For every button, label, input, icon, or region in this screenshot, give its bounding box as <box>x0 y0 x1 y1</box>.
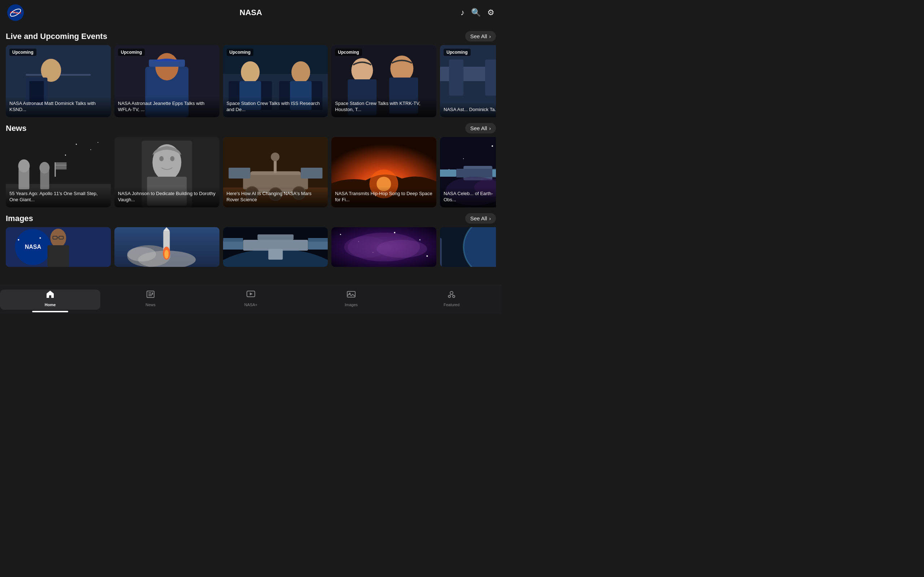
svg-point-18 <box>241 61 260 83</box>
news-card-5[interactable]: NASA Celeb... of Earth-Obs... <box>440 137 496 207</box>
news-card-3[interactable]: Here's How AI Is Changing NASA's Mars Ro… <box>223 137 328 207</box>
event-card-3[interactable]: Upcoming Space Station Crew Talks with I… <box>223 45 328 117</box>
music-icon[interactable]: ♪ <box>460 8 465 17</box>
event-card-2-badge: Upcoming <box>118 49 145 56</box>
nav-images[interactable]: Images <box>301 290 401 310</box>
see-all-arrow-news: › <box>489 126 491 131</box>
news-card-5-overlay: NASA Celeb... of Earth-Obs... <box>440 187 496 207</box>
svg-point-67 <box>492 145 493 147</box>
event-card-1[interactable]: Upcoming NASA Astronaut Matt Dominick Ta… <box>6 45 111 117</box>
images-cards-row: NASA <box>6 227 496 267</box>
news-section-header: News See All › <box>6 123 496 134</box>
events-title: Live and Upcoming Events <box>6 32 107 41</box>
event-card-2[interactable]: Upcoming NASA Astronaut Jeanette Epps Ta… <box>115 45 220 117</box>
image-card-1[interactable]: NASA <box>6 227 111 267</box>
news-card-3-overlay: Here's How AI Is Changing NASA's Mars Ro… <box>223 187 328 207</box>
svg-rect-98 <box>257 234 294 240</box>
image-card-2[interactable] <box>115 227 220 267</box>
event-card-3-badge: Upcoming <box>227 49 254 56</box>
svg-rect-121 <box>149 292 151 293</box>
svg-line-132 <box>449 294 452 295</box>
svg-rect-72 <box>440 169 456 177</box>
svg-point-81 <box>39 237 41 239</box>
event-card-1-title: NASA Astronaut Matt Dominick Talks with … <box>10 100 107 113</box>
svg-text:NASA: NASA <box>12 11 19 14</box>
images-see-all[interactable]: See All › <box>465 213 496 224</box>
news-card-1[interactable]: 55 Years Ago: Apollo 11's One Small Step… <box>6 137 111 207</box>
main-content: Live and Upcoming Events See All › Upcom… <box>0 25 502 285</box>
svg-point-107 <box>394 232 396 233</box>
svg-point-36 <box>39 162 50 174</box>
svg-rect-101 <box>223 238 243 242</box>
event-card-4-badge: Upcoming <box>335 49 362 56</box>
settings-icon[interactable]: ⚙ <box>487 8 494 17</box>
svg-point-42 <box>65 155 66 156</box>
svg-point-129 <box>450 292 453 294</box>
image-card-5[interactable] <box>440 227 496 267</box>
svg-rect-103 <box>268 249 283 259</box>
image-card-3[interactable] <box>223 227 328 267</box>
event-card-2-overlay: NASA Astronaut Jeanette Epps Talks with … <box>115 97 220 117</box>
svg-rect-29 <box>449 60 464 95</box>
svg-rect-71 <box>456 169 496 177</box>
svg-point-90 <box>127 247 156 261</box>
images-icon <box>347 290 356 301</box>
news-card-4[interactable]: NASA Transmits Hip-Hop Song to Deep Spac… <box>331 137 436 207</box>
image-card-4[interactable] <box>331 227 436 267</box>
news-card-4-title: NASA Transmits Hip-Hop Song to Deep Spac… <box>335 190 433 203</box>
svg-rect-30 <box>485 60 496 95</box>
images-section-header: Images See All › <box>6 213 496 224</box>
svg-rect-83 <box>47 245 69 267</box>
svg-marker-126 <box>250 292 253 295</box>
svg-rect-100 <box>308 241 328 250</box>
svg-text:NASA: NASA <box>25 244 42 250</box>
nav-featured[interactable]: Featured <box>401 290 502 310</box>
svg-point-105 <box>340 234 341 235</box>
events-section-header: Live and Upcoming Events See All › <box>6 31 496 42</box>
svg-rect-102 <box>308 238 328 242</box>
news-card-2-overlay: NASA Johnson to Dedicate Building to Dor… <box>115 187 220 207</box>
news-icon <box>146 290 155 301</box>
see-all-arrow-images: › <box>489 216 491 221</box>
event-card-5-overlay: NASA Ast... Dominick Ta... <box>440 103 496 117</box>
featured-icon <box>447 290 456 301</box>
bottom-navigation: Home News NASA+ <box>0 285 502 314</box>
news-card-3-title: Here's How AI Is Changing NASA's Mars Ro… <box>227 190 325 203</box>
nav-nasa-plus[interactable]: NASA+ <box>201 290 301 310</box>
events-see-all[interactable]: See All › <box>465 31 496 42</box>
nav-home[interactable]: Home <box>0 290 100 310</box>
news-card-2-title: NASA Johnson to Dedicate Building to Dor… <box>118 190 216 203</box>
event-card-4[interactable]: Upcoming Space Station Crew Talks with K… <box>331 45 436 117</box>
news-card-1-title: 55 Years Ago: Apollo 11's One Small Step… <box>10 190 107 203</box>
event-card-4-overlay: Space Station Crew Talks with KTRK-TV, H… <box>331 97 436 117</box>
svg-point-49 <box>170 156 174 161</box>
see-all-arrow-events: › <box>489 34 491 39</box>
nav-images-label: Images <box>345 303 358 307</box>
svg-rect-37 <box>55 162 56 177</box>
search-icon[interactable]: 🔍 <box>471 8 481 17</box>
svg-rect-118 <box>440 238 442 267</box>
svg-point-80 <box>18 239 19 240</box>
news-card-1-overlay: 55 Years Ago: Apollo 11's One Small Step… <box>6 187 111 207</box>
nasa-logo[interactable]: NASA <box>7 4 24 21</box>
event-card-5-badge: Upcoming <box>444 49 471 56</box>
image-card-1-img: NASA <box>6 227 111 267</box>
event-card-5[interactable]: Upcoming NASA Ast... Dominick Ta... <box>440 45 496 117</box>
nav-news[interactable]: News <box>100 290 201 310</box>
svg-point-131 <box>452 295 455 298</box>
news-card-2[interactable]: NASA Johnson to Dedicate Building to Dor… <box>115 137 220 207</box>
svg-point-110 <box>426 255 428 257</box>
svg-point-19 <box>291 61 310 83</box>
svg-point-48 <box>159 156 163 161</box>
svg-point-94 <box>164 250 168 259</box>
event-card-3-title: Space Station Crew Talks with ISS Resear… <box>227 100 325 113</box>
news-see-all[interactable]: See All › <box>465 123 496 134</box>
event-card-1-overlay: NASA Astronaut Matt Dominick Talks with … <box>6 97 111 117</box>
event-card-3-overlay: Space Station Crew Talks with ISS Resear… <box>223 97 328 117</box>
nav-news-label: News <box>145 303 155 307</box>
image-card-5-img <box>440 227 496 267</box>
events-cards-row: Upcoming NASA Astronaut Matt Dominick Ta… <box>6 45 496 117</box>
event-card-5-title: NASA Ast... Dominick Ta... <box>444 106 496 113</box>
svg-point-108 <box>419 239 420 240</box>
svg-rect-60 <box>300 168 322 179</box>
